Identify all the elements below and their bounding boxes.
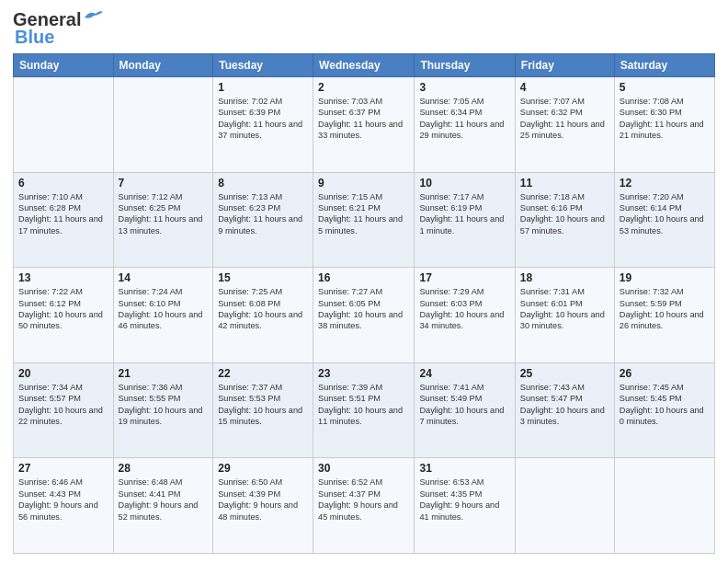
day-header-monday: Monday xyxy=(113,54,213,77)
cell-content: Sunrise: 7:31 AM Sunset: 6:01 PM Dayligh… xyxy=(520,286,609,332)
cell-content: Sunrise: 7:34 AM Sunset: 5:57 PM Dayligh… xyxy=(18,382,108,428)
day-number: 21 xyxy=(119,367,209,380)
cell-content: Sunrise: 7:45 AM Sunset: 5:45 PM Dayligh… xyxy=(620,382,710,428)
cell-content: Sunrise: 7:05 AM Sunset: 6:34 PM Dayligh… xyxy=(419,96,509,142)
calendar-table: SundayMondayTuesdayWednesdayThursdayFrid… xyxy=(13,53,715,554)
cell-content: Sunrise: 7:41 AM Sunset: 5:49 PM Dayligh… xyxy=(419,382,509,428)
calendar-cell: 19Sunrise: 7:32 AM Sunset: 5:59 PM Dayli… xyxy=(614,268,714,363)
day-number: 31 xyxy=(419,462,509,475)
logo-bird-icon xyxy=(83,8,103,25)
cell-content: Sunrise: 7:03 AM Sunset: 6:37 PM Dayligh… xyxy=(318,96,409,142)
day-number: 19 xyxy=(620,271,710,284)
calendar-cell: 13Sunrise: 7:22 AM Sunset: 6:12 PM Dayli… xyxy=(14,268,114,363)
day-number: 1 xyxy=(218,81,308,94)
calendar-cell: 18Sunrise: 7:31 AM Sunset: 6:01 PM Dayli… xyxy=(515,268,614,363)
calendar-cell: 7Sunrise: 7:12 AM Sunset: 6:25 PM Daylig… xyxy=(113,172,213,268)
calendar-cell: 21Sunrise: 7:36 AM Sunset: 5:55 PM Dayli… xyxy=(113,362,213,458)
logo: General Blue xyxy=(13,9,103,48)
calendar-cell xyxy=(113,77,213,173)
cell-content: Sunrise: 7:10 AM Sunset: 6:28 PM Dayligh… xyxy=(18,191,108,237)
calendar-cell: 29Sunrise: 6:50 AM Sunset: 4:39 PM Dayli… xyxy=(213,458,313,554)
header-row: SundayMondayTuesdayWednesdayThursdayFrid… xyxy=(14,54,715,77)
cell-content: Sunrise: 7:36 AM Sunset: 5:55 PM Dayligh… xyxy=(119,382,209,428)
cell-content: Sunrise: 7:37 AM Sunset: 5:53 PM Dayligh… xyxy=(218,382,308,428)
cell-content: Sunrise: 7:43 AM Sunset: 5:47 PM Dayligh… xyxy=(520,382,609,428)
day-number: 23 xyxy=(318,367,409,380)
calendar-cell: 5Sunrise: 7:08 AM Sunset: 6:30 PM Daylig… xyxy=(614,77,714,173)
calendar-cell: 9Sunrise: 7:15 AM Sunset: 6:21 PM Daylig… xyxy=(313,172,415,268)
day-number: 14 xyxy=(119,271,209,284)
cell-content: Sunrise: 7:29 AM Sunset: 6:03 PM Dayligh… xyxy=(419,286,509,332)
cell-content: Sunrise: 7:25 AM Sunset: 6:08 PM Dayligh… xyxy=(218,286,308,332)
cell-content: Sunrise: 7:32 AM Sunset: 5:59 PM Dayligh… xyxy=(620,286,710,332)
day-number: 5 xyxy=(620,81,710,94)
day-number: 11 xyxy=(520,177,609,190)
calendar-cell: 8Sunrise: 7:13 AM Sunset: 6:23 PM Daylig… xyxy=(213,172,313,268)
day-header-friday: Friday xyxy=(515,54,614,77)
calendar-cell xyxy=(614,458,714,554)
day-number: 28 xyxy=(119,462,209,475)
day-number: 9 xyxy=(318,177,409,190)
cell-content: Sunrise: 7:22 AM Sunset: 6:12 PM Dayligh… xyxy=(18,286,108,332)
day-number: 20 xyxy=(18,367,108,380)
cell-content: Sunrise: 7:15 AM Sunset: 6:21 PM Dayligh… xyxy=(318,191,409,237)
day-header-tuesday: Tuesday xyxy=(213,54,313,77)
day-number: 15 xyxy=(218,271,308,284)
calendar-cell: 20Sunrise: 7:34 AM Sunset: 5:57 PM Dayli… xyxy=(14,362,114,458)
day-header-thursday: Thursday xyxy=(415,54,515,77)
day-number: 12 xyxy=(620,177,710,190)
cell-content: Sunrise: 7:27 AM Sunset: 6:05 PM Dayligh… xyxy=(318,286,409,332)
calendar-cell: 14Sunrise: 7:24 AM Sunset: 6:10 PM Dayli… xyxy=(113,268,213,363)
cell-content: Sunrise: 7:08 AM Sunset: 6:30 PM Dayligh… xyxy=(620,96,710,142)
day-header-sunday: Sunday xyxy=(14,54,114,77)
cell-content: Sunrise: 7:18 AM Sunset: 6:16 PM Dayligh… xyxy=(520,191,609,237)
cell-content: Sunrise: 6:52 AM Sunset: 4:37 PM Dayligh… xyxy=(318,477,409,523)
day-number: 26 xyxy=(620,367,710,380)
day-number: 27 xyxy=(18,462,108,475)
day-number: 2 xyxy=(318,81,409,94)
day-number: 4 xyxy=(520,81,609,94)
day-number: 3 xyxy=(419,81,509,94)
calendar-page: General Blue SundayMondayTuesdayWednesda… xyxy=(0,0,728,563)
day-number: 22 xyxy=(218,367,308,380)
calendar-cell: 22Sunrise: 7:37 AM Sunset: 5:53 PM Dayli… xyxy=(213,362,313,458)
calendar-cell: 24Sunrise: 7:41 AM Sunset: 5:49 PM Dayli… xyxy=(415,362,515,458)
calendar-cell: 15Sunrise: 7:25 AM Sunset: 6:08 PM Dayli… xyxy=(213,268,313,363)
calendar-cell: 11Sunrise: 7:18 AM Sunset: 6:16 PM Dayli… xyxy=(515,172,614,268)
calendar-cell: 3Sunrise: 7:05 AM Sunset: 6:34 PM Daylig… xyxy=(415,77,515,173)
calendar-cell: 25Sunrise: 7:43 AM Sunset: 5:47 PM Dayli… xyxy=(515,362,614,458)
day-number: 24 xyxy=(419,367,509,380)
cell-content: Sunrise: 7:07 AM Sunset: 6:32 PM Dayligh… xyxy=(520,96,609,142)
day-number: 10 xyxy=(419,177,509,190)
calendar-cell: 30Sunrise: 6:52 AM Sunset: 4:37 PM Dayli… xyxy=(313,458,415,554)
logo-blue: Blue xyxy=(15,27,54,48)
cell-content: Sunrise: 7:20 AM Sunset: 6:14 PM Dayligh… xyxy=(620,191,710,237)
cell-content: Sunrise: 7:13 AM Sunset: 6:23 PM Dayligh… xyxy=(218,191,308,237)
week-row-5: 27Sunrise: 6:46 AM Sunset: 4:43 PM Dayli… xyxy=(14,458,715,554)
day-header-saturday: Saturday xyxy=(614,54,714,77)
day-number: 18 xyxy=(520,271,609,284)
calendar-cell xyxy=(14,77,114,173)
day-number: 17 xyxy=(419,271,509,284)
day-number: 6 xyxy=(18,177,108,190)
calendar-cell: 4Sunrise: 7:07 AM Sunset: 6:32 PM Daylig… xyxy=(515,77,614,173)
calendar-cell: 2Sunrise: 7:03 AM Sunset: 6:37 PM Daylig… xyxy=(313,77,415,173)
calendar-cell: 12Sunrise: 7:20 AM Sunset: 6:14 PM Dayli… xyxy=(614,172,714,268)
cell-content: Sunrise: 7:02 AM Sunset: 6:39 PM Dayligh… xyxy=(218,96,308,142)
cell-content: Sunrise: 7:12 AM Sunset: 6:25 PM Dayligh… xyxy=(119,191,209,237)
day-number: 25 xyxy=(520,367,609,380)
day-number: 7 xyxy=(119,177,209,190)
week-row-3: 13Sunrise: 7:22 AM Sunset: 6:12 PM Dayli… xyxy=(14,268,715,363)
calendar-cell: 17Sunrise: 7:29 AM Sunset: 6:03 PM Dayli… xyxy=(415,268,515,363)
cell-content: Sunrise: 6:46 AM Sunset: 4:43 PM Dayligh… xyxy=(18,477,108,523)
cell-content: Sunrise: 6:50 AM Sunset: 4:39 PM Dayligh… xyxy=(218,477,308,523)
week-row-4: 20Sunrise: 7:34 AM Sunset: 5:57 PM Dayli… xyxy=(14,362,715,458)
day-number: 16 xyxy=(318,271,409,284)
calendar-cell: 28Sunrise: 6:48 AM Sunset: 4:41 PM Dayli… xyxy=(113,458,213,554)
cell-content: Sunrise: 7:17 AM Sunset: 6:19 PM Dayligh… xyxy=(419,191,509,237)
cell-content: Sunrise: 7:39 AM Sunset: 5:51 PM Dayligh… xyxy=(318,382,409,428)
day-number: 29 xyxy=(218,462,308,475)
day-number: 8 xyxy=(218,177,308,190)
day-number: 30 xyxy=(318,462,409,475)
cell-content: Sunrise: 6:53 AM Sunset: 4:35 PM Dayligh… xyxy=(419,477,509,523)
